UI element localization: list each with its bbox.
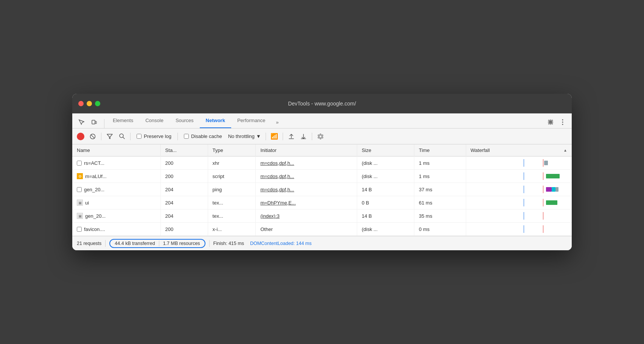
minimize-button[interactable] bbox=[87, 101, 92, 106]
cell-status: 200 bbox=[160, 170, 208, 183]
tab-more-button[interactable]: » bbox=[273, 116, 282, 128]
tab-elements[interactable]: Elements bbox=[107, 113, 139, 128]
cell-time: 1 ms bbox=[414, 170, 466, 183]
throttle-select[interactable]: No throttling ▼ bbox=[227, 133, 263, 139]
cell-size: (disk ... bbox=[357, 170, 414, 183]
waterfall-bar bbox=[555, 187, 558, 192]
tab-performance[interactable]: Performance bbox=[231, 113, 271, 128]
transfer-info: 44.4 kB transferred 1.7 MB resources bbox=[109, 239, 205, 248]
table-row[interactable]: gen_20...204pingm=cdos,dpf,h...14 B37 ms bbox=[72, 183, 572, 196]
cell-initiator: m=cdos,dpf,h... bbox=[256, 170, 357, 183]
col-waterfall[interactable]: Waterfall ▲ bbox=[466, 144, 572, 157]
maximize-button[interactable] bbox=[95, 101, 100, 106]
cell-waterfall bbox=[466, 170, 572, 183]
tab-bar: Elements Console Sources Network Perform… bbox=[72, 113, 572, 129]
cell-size: (disk ... bbox=[357, 223, 414, 236]
tab-console[interactable]: Console bbox=[139, 113, 170, 128]
network-table: Name Sta... Type Initiator Size Time Wat… bbox=[72, 144, 572, 236]
cell-initiator: Other bbox=[256, 223, 357, 236]
cell-waterfall bbox=[466, 209, 572, 223]
cell-initiator: m=cdos,dpf,h... bbox=[256, 157, 357, 170]
waterfall-bar bbox=[546, 200, 558, 205]
file-icon: ⚙ bbox=[77, 173, 83, 179]
row-checkbox[interactable] bbox=[77, 161, 82, 166]
upload-button[interactable] bbox=[286, 131, 297, 142]
search-button[interactable] bbox=[117, 131, 127, 142]
col-type[interactable]: Type bbox=[208, 144, 256, 157]
tab-sources[interactable]: Sources bbox=[170, 113, 200, 128]
svg-rect-1 bbox=[95, 121, 96, 124]
cell-status: 204 bbox=[160, 183, 208, 196]
cell-name: ▣gen_20... bbox=[72, 209, 160, 223]
cell-size: 0 B bbox=[357, 196, 414, 209]
cell-status: 204 bbox=[160, 196, 208, 209]
cell-status: 200 bbox=[160, 157, 208, 170]
clear-button[interactable] bbox=[87, 131, 98, 142]
table-row[interactable]: rs=ACT...200xhrm=cdos,dpf,h...(disk ...1… bbox=[72, 157, 572, 170]
preserve-log-checkbox[interactable]: Preserve log bbox=[134, 133, 174, 139]
cell-name: gen_20... bbox=[72, 183, 160, 196]
cell-type: ping bbox=[208, 183, 256, 196]
device-toggle-button[interactable] bbox=[88, 116, 100, 128]
cell-initiator: (index):3 bbox=[256, 209, 357, 223]
wifi-icon[interactable]: 📶 bbox=[269, 131, 280, 142]
network-toolbar: Preserve log Disable cache No throttling… bbox=[72, 129, 572, 144]
cell-time: 0 ms bbox=[414, 223, 466, 236]
cell-type: script bbox=[208, 170, 256, 183]
domcontentloaded-time: DOMContentLoaded: 144 ms bbox=[250, 241, 312, 246]
svg-line-8 bbox=[123, 137, 124, 139]
close-button[interactable] bbox=[78, 101, 84, 106]
table-row[interactable]: ▣gen_20...204tex...(index):314 B35 ms bbox=[72, 209, 572, 223]
cell-name: rs=ACT... bbox=[72, 157, 160, 170]
cell-name: ▣ui bbox=[72, 196, 160, 209]
row-checkbox[interactable] bbox=[77, 187, 82, 192]
cell-waterfall bbox=[466, 223, 572, 236]
cell-type: xhr bbox=[208, 157, 256, 170]
tab-network[interactable]: Network bbox=[200, 113, 231, 128]
svg-point-4 bbox=[562, 124, 563, 125]
transferred-size: 44.4 kB transferred bbox=[115, 241, 155, 246]
record-button[interactable] bbox=[77, 133, 84, 140]
finish-time: Finish: 415 ms bbox=[213, 241, 244, 246]
table-row[interactable]: favicon....200x-i...Other(disk ...0 ms bbox=[72, 223, 572, 236]
requests-count: 21 requests bbox=[77, 241, 101, 246]
sort-arrow-icon: ▲ bbox=[563, 148, 567, 152]
cell-type: x-i... bbox=[208, 223, 256, 236]
waterfall-bar bbox=[544, 161, 548, 165]
more-options-button[interactable] bbox=[557, 116, 569, 128]
table-row[interactable]: ⚙m=aLUf...200scriptm=cdos,dpf,h...(disk … bbox=[72, 170, 572, 183]
cell-time: 37 ms bbox=[414, 183, 466, 196]
cell-initiator: m=cdos,dpf,h... bbox=[256, 183, 357, 196]
window-title: DevTools - www.google.com/ bbox=[288, 101, 356, 107]
col-name[interactable]: Name bbox=[72, 144, 160, 157]
settings-button[interactable] bbox=[544, 116, 557, 128]
cell-time: 1 ms bbox=[414, 157, 466, 170]
cell-status: 200 bbox=[160, 223, 208, 236]
disable-cache-checkbox[interactable]: Disable cache bbox=[181, 133, 225, 139]
cell-type: tex... bbox=[208, 209, 256, 223]
network-settings-button[interactable] bbox=[315, 131, 326, 142]
cell-time: 35 ms bbox=[414, 209, 466, 223]
waterfall-bar bbox=[552, 187, 555, 192]
devtools-window: DevTools - www.google.com/ Elements Cons… bbox=[72, 94, 572, 250]
cell-waterfall bbox=[466, 157, 572, 170]
chevron-down-icon: ▼ bbox=[256, 133, 261, 139]
table-header-row: Name Sta... Type Initiator Size Time Wat… bbox=[72, 144, 572, 157]
cell-name: favicon.... bbox=[72, 223, 160, 236]
col-initiator[interactable]: Initiator bbox=[256, 144, 357, 157]
traffic-lights bbox=[78, 101, 100, 106]
cell-waterfall bbox=[466, 183, 572, 196]
filter-button[interactable] bbox=[104, 131, 115, 142]
col-time[interactable]: Time bbox=[414, 144, 466, 157]
row-checkbox[interactable] bbox=[77, 227, 82, 232]
waterfall-bar bbox=[546, 187, 552, 192]
download-button[interactable] bbox=[298, 131, 309, 142]
cell-size: (disk ... bbox=[357, 157, 414, 170]
cell-initiator: m=DhPYme,E... bbox=[256, 196, 357, 209]
cell-status: 204 bbox=[160, 209, 208, 223]
col-size[interactable]: Size bbox=[357, 144, 414, 157]
table-row[interactable]: ▣ui204tex...m=DhPYme,E...0 B61 ms bbox=[72, 196, 572, 209]
inspect-element-button[interactable] bbox=[75, 116, 87, 128]
col-status[interactable]: Sta... bbox=[160, 144, 208, 157]
cell-size: 14 B bbox=[357, 209, 414, 223]
